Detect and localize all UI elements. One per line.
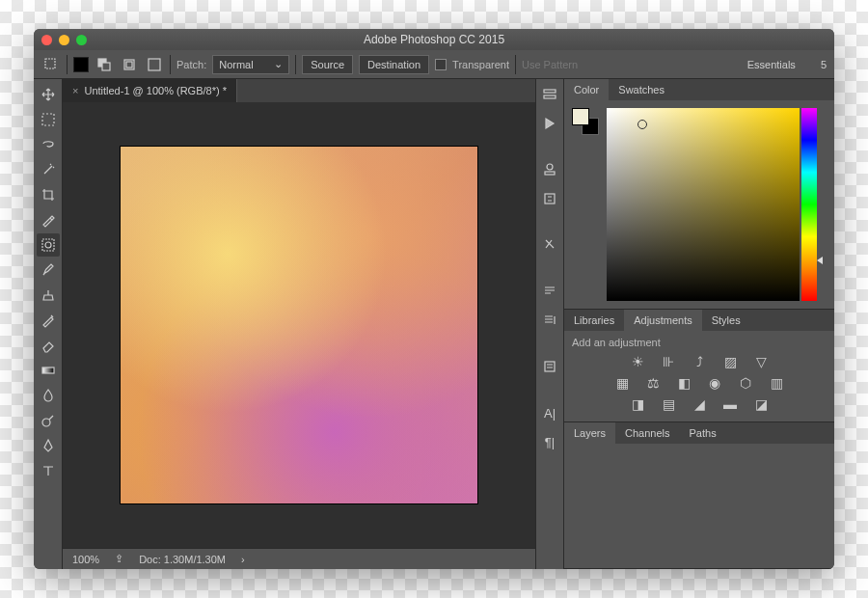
posterize-adjustment-icon[interactable]: ▤ [659,396,678,412]
share-icon[interactable]: ⇪ [115,553,123,565]
dodge-tool[interactable] [37,409,60,432]
svg-rect-14 [545,172,555,175]
character-panel-icon[interactable] [540,311,559,330]
zoom-level[interactable]: 100% [72,554,99,565]
color-balance-icon[interactable]: ⚖ [643,375,663,391]
paragraph-panel-icon[interactable] [540,282,559,301]
svg-rect-12 [544,95,556,98]
fill-swatches[interactable] [73,57,89,72]
notes-panel-icon[interactable] [540,357,559,376]
tools-panel [34,79,63,569]
saturation-value-field[interactable] [607,108,800,301]
threshold-adjustment-icon[interactable]: ◢ [690,396,709,412]
properties-panel-icon[interactable] [540,160,559,179]
transparent-label: Transparent [452,59,509,70]
bw-adjustment-icon[interactable]: ◧ [674,375,693,391]
lasso-tool[interactable] [37,133,60,156]
clone-stamp-tool[interactable] [37,284,60,307]
workspace-label[interactable]: Essentials [747,59,796,70]
svg-rect-2 [102,63,110,70]
selective-color-icon[interactable]: ◪ [751,396,771,412]
move-tool[interactable] [37,83,60,106]
svg-rect-9 [42,367,54,373]
minimize-window-button[interactable] [59,35,69,45]
paragraph-styles-icon[interactable]: ¶| [540,432,559,451]
add-adjustment-label: Add an adjustment [572,337,827,348]
gradient-tool[interactable] [37,359,60,382]
layers-tab[interactable]: Layers [564,422,615,444]
vibrance-adjustment-icon[interactable]: ▽ [751,354,771,369]
titlebar: Adobe Photoshop CC 2015 [34,29,834,50]
curves-adjustment-icon[interactable]: ⤴ [690,354,709,369]
main-area: × Untitled-1 @ 100% (RGB/8*) * 100% ⇪ Do… [34,79,834,569]
adjustments-tab[interactable]: Adjustments [624,310,702,331]
tool-preset-icon[interactable] [41,55,61,74]
glyphs-panel-icon[interactable]: A| [540,403,559,422]
close-window-button[interactable] [41,35,52,45]
layers-panel: Layers Channels Paths [564,422,834,569]
type-tool[interactable] [37,459,60,482]
options-bar: Patch: Normal ⌄ Source Destination Trans… [34,50,834,79]
libraries-tab[interactable]: Libraries [564,310,624,331]
levels-adjustment-icon[interactable]: ⊪ [659,354,678,369]
foreground-background-swatch[interactable] [572,108,599,135]
hue-indicator[interactable] [817,257,823,264]
destination-button[interactable]: Destination [359,55,429,74]
svg-point-10 [42,419,50,426]
patch-mode-select[interactable]: Normal ⌄ [212,55,289,74]
transparent-checkbox[interactable] [435,59,447,70]
color-lookup-icon[interactable]: ▥ [767,375,786,391]
source-button[interactable]: Source [302,55,353,74]
svg-rect-11 [544,90,556,93]
channel-mixer-icon[interactable]: ⬡ [736,375,755,391]
layer-mode-icon-1[interactable] [95,55,114,74]
eyedropper-tool[interactable] [37,208,60,231]
brushes-panel-icon[interactable] [540,235,559,255]
count-label: 5 [821,59,827,70]
hue-adjustment-icon[interactable]: ▦ [612,375,632,391]
svg-rect-16 [545,362,555,371]
magic-wand-tool[interactable] [37,158,60,181]
marquee-tool[interactable] [37,108,60,131]
pen-tool[interactable] [37,434,60,457]
document-area: × Untitled-1 @ 100% (RGB/8*) * 100% ⇪ Do… [63,79,535,569]
close-tab-icon[interactable]: × [72,85,78,96]
canvas-viewport[interactable] [63,102,535,548]
history-panel-icon[interactable] [540,85,559,104]
exposure-adjustment-icon[interactable]: ▨ [720,354,740,369]
crop-tool[interactable] [37,183,60,206]
patch-tool[interactable] [37,233,60,257]
color-tab[interactable]: Color [564,79,609,100]
layer-mode-icon-2[interactable] [120,55,139,74]
history-brush-tool[interactable] [37,309,60,332]
adjustments-panel: Libraries Adjustments Styles Add an adju… [564,310,834,422]
maximize-window-button[interactable] [76,35,87,45]
brush-tool[interactable] [37,258,60,282]
layer-mode-icon-3[interactable] [145,55,164,74]
paths-tab[interactable]: Paths [680,422,726,444]
photo-filter-icon[interactable]: ◉ [705,375,724,391]
hue-slider[interactable] [801,108,817,301]
canvas[interactable] [121,147,477,503]
eraser-tool[interactable] [37,334,60,357]
swatches-tab[interactable]: Swatches [609,79,674,100]
color-picker [607,108,817,301]
document-tabs: × Untitled-1 @ 100% (RGB/8*) * [63,79,535,102]
document-tab[interactable]: × Untitled-1 @ 100% (RGB/8*) * [63,79,237,102]
invert-adjustment-icon[interactable]: ◨ [628,396,647,412]
info-panel-icon[interactable] [540,189,559,208]
foreground-color[interactable] [572,108,589,125]
svg-point-13 [547,164,553,170]
styles-tab[interactable]: Styles [702,310,750,331]
document-tab-title: Untitled-1 @ 100% (RGB/8*) * [84,85,227,96]
status-bar: 100% ⇪ Doc: 1.30M/1.30M › [63,548,535,569]
actions-panel-icon[interactable] [540,114,559,133]
svg-rect-7 [42,239,54,251]
channels-tab[interactable]: Channels [615,422,679,444]
gradient-map-icon[interactable]: ▬ [720,396,740,412]
color-indicator[interactable] [637,120,647,129]
blur-tool[interactable] [37,384,60,407]
brightness-adjustment-icon[interactable]: ☀ [628,354,647,369]
chevron-right-icon[interactable]: › [241,554,245,565]
layers-panel-tabs: Layers Channels Paths [564,422,834,444]
